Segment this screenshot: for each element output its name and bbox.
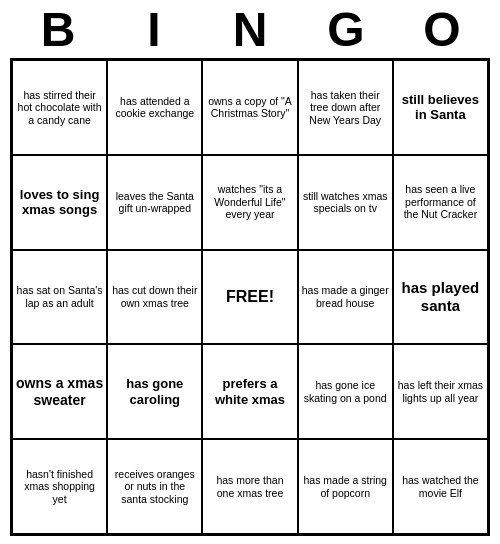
bingo-cell-22[interactable]: has more than one xmas tree (202, 439, 297, 534)
bingo-cell-3[interactable]: has taken their tree down after New Year… (298, 60, 393, 155)
title-g: G (306, 6, 386, 54)
bingo-cell-0[interactable]: has stirred their hot chocolate with a c… (12, 60, 107, 155)
bingo-cell-13[interactable]: has made a ginger bread house (298, 250, 393, 345)
bingo-cell-7[interactable]: watches "its a Wonderful Life" every yea… (202, 155, 297, 250)
bingo-cell-19[interactable]: has left their xmas lights up all year (393, 344, 488, 439)
bingo-cell-6[interactable]: leaves the Santa gift un-wrapped (107, 155, 202, 250)
bingo-cell-8[interactable]: still watches xmas specials on tv (298, 155, 393, 250)
bingo-cell-16[interactable]: has gone caroling (107, 344, 202, 439)
bingo-cell-12[interactable]: FREE! (202, 250, 297, 345)
bingo-cell-18[interactable]: has gone ice skating on a pond (298, 344, 393, 439)
bingo-title: B I N G O (10, 6, 490, 54)
bingo-cell-20[interactable]: hasn't finished xmas shopping yet (12, 439, 107, 534)
bingo-cell-2[interactable]: owns a copy of "A Christmas Story" (202, 60, 297, 155)
bingo-cell-10[interactable]: has sat on Santa's lap as an adult (12, 250, 107, 345)
bingo-cell-9[interactable]: has seen a live performance of the Nut C… (393, 155, 488, 250)
bingo-cell-1[interactable]: has attended a cookie exchange (107, 60, 202, 155)
bingo-cell-4[interactable]: still believes in Santa (393, 60, 488, 155)
bingo-cell-11[interactable]: has cut down their own xmas tree (107, 250, 202, 345)
title-b: B (18, 6, 98, 54)
bingo-cell-15[interactable]: owns a xmas sweater (12, 344, 107, 439)
bingo-grid: has stirred their hot chocolate with a c… (10, 58, 490, 536)
bingo-cell-5[interactable]: loves to sing xmas songs (12, 155, 107, 250)
title-i: I (114, 6, 194, 54)
bingo-cell-24[interactable]: has watched the movie Elf (393, 439, 488, 534)
bingo-cell-21[interactable]: receives oranges or nuts in the santa st… (107, 439, 202, 534)
title-o: O (402, 6, 482, 54)
bingo-cell-14[interactable]: has played santa (393, 250, 488, 345)
bingo-cell-23[interactable]: has made a string of popcorn (298, 439, 393, 534)
bingo-cell-17[interactable]: prefers a white xmas (202, 344, 297, 439)
title-n: N (210, 6, 290, 54)
